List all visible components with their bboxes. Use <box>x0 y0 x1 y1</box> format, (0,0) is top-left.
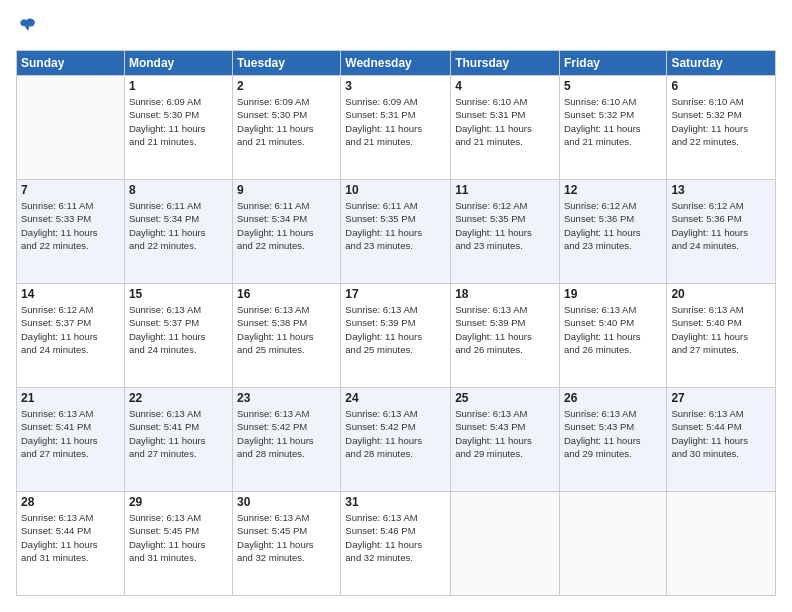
calendar-cell <box>559 492 666 596</box>
cell-info: Sunrise: 6:13 AM Sunset: 5:39 PM Dayligh… <box>345 303 446 356</box>
cell-info: Sunrise: 6:12 AM Sunset: 5:35 PM Dayligh… <box>455 199 555 252</box>
calendar-cell: 21Sunrise: 6:13 AM Sunset: 5:41 PM Dayli… <box>17 388 125 492</box>
cell-info: Sunrise: 6:13 AM Sunset: 5:44 PM Dayligh… <box>671 407 771 460</box>
day-number: 7 <box>21 183 120 197</box>
calendar-table: SundayMondayTuesdayWednesdayThursdayFrid… <box>16 50 776 596</box>
day-number: 20 <box>671 287 771 301</box>
day-number: 14 <box>21 287 120 301</box>
cell-info: Sunrise: 6:13 AM Sunset: 5:37 PM Dayligh… <box>129 303 228 356</box>
day-number: 18 <box>455 287 555 301</box>
week-row-1: 7Sunrise: 6:11 AM Sunset: 5:33 PM Daylig… <box>17 180 776 284</box>
cell-info: Sunrise: 6:13 AM Sunset: 5:41 PM Dayligh… <box>21 407 120 460</box>
page: SundayMondayTuesdayWednesdayThursdayFrid… <box>0 0 792 612</box>
weekday-header-row: SundayMondayTuesdayWednesdayThursdayFrid… <box>17 51 776 76</box>
cell-info: Sunrise: 6:13 AM Sunset: 5:40 PM Dayligh… <box>671 303 771 356</box>
day-number: 26 <box>564 391 662 405</box>
calendar-cell: 18Sunrise: 6:13 AM Sunset: 5:39 PM Dayli… <box>451 284 560 388</box>
calendar-cell: 11Sunrise: 6:12 AM Sunset: 5:35 PM Dayli… <box>451 180 560 284</box>
calendar-cell: 13Sunrise: 6:12 AM Sunset: 5:36 PM Dayli… <box>667 180 776 284</box>
header <box>16 16 776 40</box>
calendar-cell: 31Sunrise: 6:13 AM Sunset: 5:46 PM Dayli… <box>341 492 451 596</box>
cell-info: Sunrise: 6:13 AM Sunset: 5:40 PM Dayligh… <box>564 303 662 356</box>
weekday-wednesday: Wednesday <box>341 51 451 76</box>
calendar-cell: 3Sunrise: 6:09 AM Sunset: 5:31 PM Daylig… <box>341 76 451 180</box>
day-number: 2 <box>237 79 336 93</box>
calendar-cell: 29Sunrise: 6:13 AM Sunset: 5:45 PM Dayli… <box>124 492 232 596</box>
cell-info: Sunrise: 6:13 AM Sunset: 5:45 PM Dayligh… <box>129 511 228 564</box>
day-number: 5 <box>564 79 662 93</box>
day-number: 13 <box>671 183 771 197</box>
cell-info: Sunrise: 6:10 AM Sunset: 5:32 PM Dayligh… <box>671 95 771 148</box>
cell-info: Sunrise: 6:13 AM Sunset: 5:38 PM Dayligh… <box>237 303 336 356</box>
calendar-cell: 28Sunrise: 6:13 AM Sunset: 5:44 PM Dayli… <box>17 492 125 596</box>
cell-info: Sunrise: 6:11 AM Sunset: 5:35 PM Dayligh… <box>345 199 446 252</box>
calendar-cell: 6Sunrise: 6:10 AM Sunset: 5:32 PM Daylig… <box>667 76 776 180</box>
day-number: 10 <box>345 183 446 197</box>
weekday-monday: Monday <box>124 51 232 76</box>
day-number: 22 <box>129 391 228 405</box>
day-number: 17 <box>345 287 446 301</box>
day-number: 16 <box>237 287 336 301</box>
day-number: 23 <box>237 391 336 405</box>
day-number: 29 <box>129 495 228 509</box>
day-number: 28 <box>21 495 120 509</box>
day-number: 19 <box>564 287 662 301</box>
day-number: 3 <box>345 79 446 93</box>
calendar-cell: 23Sunrise: 6:13 AM Sunset: 5:42 PM Dayli… <box>233 388 341 492</box>
cell-info: Sunrise: 6:09 AM Sunset: 5:30 PM Dayligh… <box>237 95 336 148</box>
cell-info: Sunrise: 6:09 AM Sunset: 5:30 PM Dayligh… <box>129 95 228 148</box>
calendar-cell: 19Sunrise: 6:13 AM Sunset: 5:40 PM Dayli… <box>559 284 666 388</box>
cell-info: Sunrise: 6:13 AM Sunset: 5:42 PM Dayligh… <box>237 407 336 460</box>
calendar-cell: 22Sunrise: 6:13 AM Sunset: 5:41 PM Dayli… <box>124 388 232 492</box>
day-number: 8 <box>129 183 228 197</box>
calendar-cell: 10Sunrise: 6:11 AM Sunset: 5:35 PM Dayli… <box>341 180 451 284</box>
logo-bird-icon <box>18 16 38 36</box>
calendar-cell: 8Sunrise: 6:11 AM Sunset: 5:34 PM Daylig… <box>124 180 232 284</box>
calendar-cell: 4Sunrise: 6:10 AM Sunset: 5:31 PM Daylig… <box>451 76 560 180</box>
cell-info: Sunrise: 6:13 AM Sunset: 5:43 PM Dayligh… <box>564 407 662 460</box>
cell-info: Sunrise: 6:09 AM Sunset: 5:31 PM Dayligh… <box>345 95 446 148</box>
cell-info: Sunrise: 6:13 AM Sunset: 5:39 PM Dayligh… <box>455 303 555 356</box>
day-number: 9 <box>237 183 336 197</box>
day-number: 1 <box>129 79 228 93</box>
weekday-tuesday: Tuesday <box>233 51 341 76</box>
calendar-cell: 15Sunrise: 6:13 AM Sunset: 5:37 PM Dayli… <box>124 284 232 388</box>
day-number: 15 <box>129 287 228 301</box>
cell-info: Sunrise: 6:13 AM Sunset: 5:46 PM Dayligh… <box>345 511 446 564</box>
cell-info: Sunrise: 6:12 AM Sunset: 5:36 PM Dayligh… <box>564 199 662 252</box>
cell-info: Sunrise: 6:13 AM Sunset: 5:42 PM Dayligh… <box>345 407 446 460</box>
cell-info: Sunrise: 6:12 AM Sunset: 5:36 PM Dayligh… <box>671 199 771 252</box>
calendar-cell: 14Sunrise: 6:12 AM Sunset: 5:37 PM Dayli… <box>17 284 125 388</box>
calendar-cell: 25Sunrise: 6:13 AM Sunset: 5:43 PM Dayli… <box>451 388 560 492</box>
calendar-cell: 12Sunrise: 6:12 AM Sunset: 5:36 PM Dayli… <box>559 180 666 284</box>
calendar-cell: 26Sunrise: 6:13 AM Sunset: 5:43 PM Dayli… <box>559 388 666 492</box>
calendar-cell: 1Sunrise: 6:09 AM Sunset: 5:30 PM Daylig… <box>124 76 232 180</box>
day-number: 24 <box>345 391 446 405</box>
day-number: 4 <box>455 79 555 93</box>
weekday-thursday: Thursday <box>451 51 560 76</box>
day-number: 6 <box>671 79 771 93</box>
cell-info: Sunrise: 6:11 AM Sunset: 5:34 PM Dayligh… <box>129 199 228 252</box>
weekday-friday: Friday <box>559 51 666 76</box>
cell-info: Sunrise: 6:13 AM Sunset: 5:43 PM Dayligh… <box>455 407 555 460</box>
calendar-cell: 9Sunrise: 6:11 AM Sunset: 5:34 PM Daylig… <box>233 180 341 284</box>
calendar-cell <box>667 492 776 596</box>
calendar-cell: 5Sunrise: 6:10 AM Sunset: 5:32 PM Daylig… <box>559 76 666 180</box>
day-number: 12 <box>564 183 662 197</box>
calendar-cell: 16Sunrise: 6:13 AM Sunset: 5:38 PM Dayli… <box>233 284 341 388</box>
cell-info: Sunrise: 6:12 AM Sunset: 5:37 PM Dayligh… <box>21 303 120 356</box>
cell-info: Sunrise: 6:10 AM Sunset: 5:31 PM Dayligh… <box>455 95 555 148</box>
week-row-2: 14Sunrise: 6:12 AM Sunset: 5:37 PM Dayli… <box>17 284 776 388</box>
day-number: 27 <box>671 391 771 405</box>
calendar-cell: 27Sunrise: 6:13 AM Sunset: 5:44 PM Dayli… <box>667 388 776 492</box>
calendar-cell: 2Sunrise: 6:09 AM Sunset: 5:30 PM Daylig… <box>233 76 341 180</box>
day-number: 11 <box>455 183 555 197</box>
logo <box>16 16 38 40</box>
week-row-4: 28Sunrise: 6:13 AM Sunset: 5:44 PM Dayli… <box>17 492 776 596</box>
day-number: 31 <box>345 495 446 509</box>
day-number: 30 <box>237 495 336 509</box>
weekday-sunday: Sunday <box>17 51 125 76</box>
day-number: 25 <box>455 391 555 405</box>
calendar-cell <box>17 76 125 180</box>
cell-info: Sunrise: 6:13 AM Sunset: 5:45 PM Dayligh… <box>237 511 336 564</box>
